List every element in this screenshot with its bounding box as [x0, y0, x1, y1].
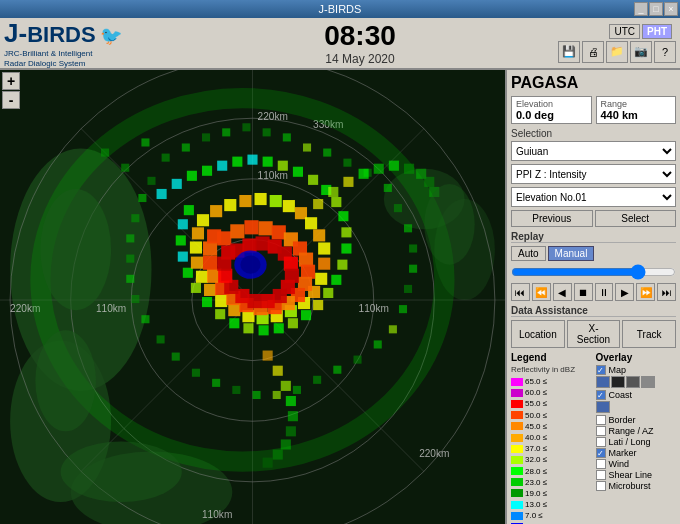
da-title: Data Assistance — [511, 305, 676, 317]
svg-rect-95 — [178, 252, 188, 262]
product-dropdown[interactable]: PPI Z : Intensity — [511, 164, 676, 184]
overlay-marker[interactable]: ✓ Marker — [596, 448, 677, 458]
overlay-map[interactable]: ✓ Map — [596, 365, 677, 375]
svg-rect-164 — [313, 199, 323, 209]
svg-rect-180 — [281, 439, 291, 449]
coast-color[interactable] — [596, 401, 610, 413]
play-button[interactable]: ▶ — [615, 283, 634, 301]
map-color-2[interactable] — [611, 376, 625, 388]
overlay-microburst[interactable]: Microburst — [596, 481, 677, 491]
overlay-lati-long[interactable]: Lati / Long — [596, 437, 677, 447]
toolbar-buttons[interactable]: 💾 🖨 📁 📷 ? — [558, 41, 676, 63]
help-button[interactable]: ? — [654, 41, 676, 63]
auto-button[interactable]: Auto — [511, 246, 546, 261]
shear-line-checkbox[interactable] — [596, 470, 606, 480]
da-buttons-row[interactable]: Location X-Section Track — [511, 320, 676, 348]
minimize-button[interactable]: _ — [634, 2, 648, 16]
replay-mode-row[interactable]: Auto Manual — [511, 246, 676, 261]
title-bar: J-BIRDS _ □ × — [0, 0, 680, 18]
svg-rect-175 — [273, 366, 283, 376]
overlay-shear-line[interactable]: Shear Line — [596, 470, 677, 480]
marker-label: Marker — [609, 448, 637, 458]
radar-container: + - 110km 220km 330km — [0, 70, 505, 524]
maximize-button[interactable]: □ — [649, 2, 663, 16]
svg-rect-143 — [203, 256, 217, 270]
svg-rect-79 — [341, 227, 351, 237]
svg-rect-70 — [232, 157, 242, 167]
map-color-3[interactable] — [626, 376, 640, 388]
svg-rect-45 — [374, 340, 382, 348]
svg-rect-23 — [101, 149, 109, 157]
pht-button[interactable]: PHT — [642, 24, 672, 39]
zoom-panel[interactable]: + - — [2, 72, 20, 110]
svg-rect-72 — [263, 157, 273, 167]
svg-rect-46 — [354, 356, 362, 364]
coast-checkbox[interactable]: ✓ — [596, 390, 606, 400]
speed-slider[interactable] — [511, 264, 676, 280]
svg-rect-74 — [293, 167, 303, 177]
overlay-border[interactable]: Border — [596, 415, 677, 425]
manual-button[interactable]: Manual — [548, 246, 595, 261]
station-dropdown[interactable]: Guiuan — [511, 141, 676, 161]
camera-button[interactable]: 📷 — [630, 41, 652, 63]
svg-rect-31 — [263, 128, 271, 136]
window-controls[interactable]: _ □ × — [634, 2, 678, 16]
skip-back-button[interactable]: ⏮ — [511, 283, 530, 301]
lati-long-checkbox[interactable] — [596, 437, 606, 447]
prev-select-row[interactable]: Previous Select — [511, 210, 676, 227]
svg-rect-60 — [126, 255, 134, 263]
select-button[interactable]: Select — [595, 210, 677, 227]
pause-button[interactable]: ⏸ — [595, 283, 614, 301]
zoom-out-button[interactable]: - — [2, 91, 20, 109]
map-color-1[interactable] — [596, 376, 610, 388]
svg-rect-56 — [157, 335, 165, 343]
previous-button[interactable]: Previous — [511, 210, 593, 227]
range-az-checkbox[interactable] — [596, 426, 606, 436]
svg-rect-78 — [338, 211, 348, 221]
zoom-in-button[interactable]: + — [2, 72, 20, 90]
prev-frame-button[interactable]: ⏪ — [532, 283, 551, 301]
header: J- BIRDS 🐦 JRC-Brilliant & Intelligent R… — [0, 18, 680, 70]
svg-rect-166 — [343, 177, 353, 187]
svg-rect-68 — [202, 166, 212, 176]
svg-rect-52 — [232, 386, 240, 394]
microburst-checkbox[interactable] — [596, 481, 606, 491]
stop-button[interactable]: ⏹ — [574, 283, 593, 301]
svg-rect-71 — [247, 155, 257, 165]
border-checkbox[interactable] — [596, 415, 606, 425]
next-frame-button[interactable]: ⏩ — [636, 283, 655, 301]
bird-icon: 🐦 — [100, 25, 122, 47]
map-color-4[interactable] — [641, 376, 655, 388]
utc-button[interactable]: UTC — [609, 24, 640, 39]
elevation-dropdown[interactable]: Elevation No.01 — [511, 187, 676, 207]
step-back-button[interactable]: ◀ — [553, 283, 572, 301]
folder-button[interactable]: 📁 — [606, 41, 628, 63]
save-button[interactable]: 💾 — [558, 41, 580, 63]
overlay-coast[interactable]: ✓ Coast — [596, 390, 677, 400]
time-display: 08:30 — [204, 20, 516, 52]
transport-row[interactable]: ⏮ ⏪ ◀ ⏹ ⏸ ▶ ⏩ ⏭ — [511, 283, 676, 301]
svg-rect-148 — [256, 236, 270, 250]
svg-rect-25 — [141, 138, 149, 146]
legend-item: 37.0 ≤ — [511, 443, 592, 454]
logo-birds: BIRDS — [27, 22, 95, 48]
svg-rect-161 — [221, 245, 235, 259]
close-button[interactable]: × — [664, 2, 678, 16]
svg-rect-122 — [191, 257, 203, 269]
wind-checkbox[interactable] — [596, 459, 606, 469]
print-button[interactable]: 🖨 — [582, 41, 604, 63]
map-checkbox[interactable]: ✓ — [596, 365, 606, 375]
timezone-buttons[interactable]: UTC PHT — [609, 24, 672, 39]
xsection-button[interactable]: X-Section — [567, 320, 621, 348]
svg-rect-29 — [222, 128, 230, 136]
svg-rect-124 — [192, 227, 204, 239]
border-label: Border — [609, 415, 636, 425]
legend-item: 13.0 ≤ — [511, 499, 592, 510]
skip-forward-button[interactable]: ⏭ — [657, 283, 676, 301]
track-button[interactable]: Track — [622, 320, 676, 348]
overlay-wind[interactable]: Wind — [596, 459, 677, 469]
overlay-range-az[interactable]: Range / AZ — [596, 426, 677, 436]
location-button[interactable]: Location — [511, 320, 565, 348]
marker-checkbox[interactable]: ✓ — [596, 448, 606, 458]
svg-rect-168 — [374, 164, 384, 174]
